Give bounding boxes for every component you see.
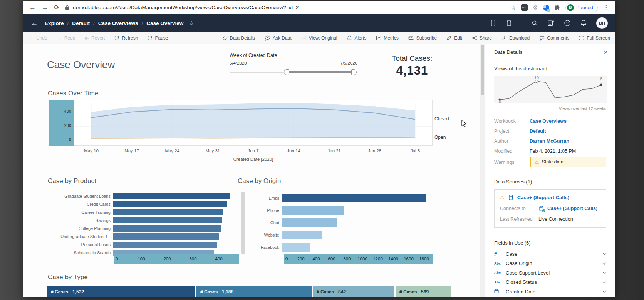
slider-handle-start[interactable] [284,69,289,75]
comments-button[interactable]: Comments [539,35,569,41]
connects-to-link[interactable]: Case+ (Support Calls) [547,206,597,211]
chevron-down-icon[interactable] [602,290,606,293]
treemap-block-sublabel: Support Type: Silver [200,296,312,297]
page-scrollbar-thumb[interactable] [481,45,484,95]
download-button[interactable]: Download [501,35,530,41]
chevron-down-icon[interactable] [602,253,606,255]
field-row-case-support-level[interactable]: Abc Case Support Level [494,268,606,278]
subscribe-button[interactable]: Subscribe [408,35,437,41]
breadcrumb-view[interactable]: Case Overview [146,20,183,26]
pause-button[interactable]: Pause [147,35,168,41]
alerts-button[interactable]: Alerts [347,35,366,41]
revert-button[interactable]: ⇤ Revert [84,35,105,41]
view-original-button[interactable]: View: Original [301,35,337,41]
author-link[interactable]: Darren McGurran [530,138,569,144]
forward-icon[interactable]: → [42,4,48,11]
back-icon[interactable]: ← [29,4,36,11]
bar-mark[interactable] [282,218,337,227]
close-icon[interactable]: × [604,48,608,56]
chevron-down-icon[interactable] [602,281,606,283]
user-avatar[interactable]: BH [596,17,608,29]
case-by-product-chart: Graduate Student LoansCredit CardsCareer… [47,192,239,257]
edit-button[interactable]: Edit [446,35,462,41]
nav-back-icon[interactable]: ← [31,19,38,27]
sync-extension-icon[interactable] [543,5,549,11]
date-filter-label: Week of Created Date [230,53,357,58]
page-scrollbar[interactable] [480,44,485,297]
breadcrumb-explore[interactable]: Explore [45,20,64,26]
share-button[interactable]: Share [472,35,492,41]
views-peak-point [535,80,538,83]
treemap-block[interactable]: # Cases - 569Support Type: [396,286,451,297]
axis-tick-label: 800 [343,257,351,261]
field-row-case[interactable]: # Case [494,249,606,259]
bar-mark[interactable] [113,225,221,232]
notifications-bell-icon[interactable] [580,20,587,27]
treemap-block[interactable]: # Cases - 1,188Support Type: Silver [196,286,312,297]
ask-data-button[interactable]: Ask Data [265,35,292,41]
mobile-preview-icon[interactable] [490,20,496,27]
bar-mark[interactable] [113,233,219,240]
meta-row-author: Author Darren McGurran [494,136,606,146]
bookmark-star-icon[interactable]: ☆ [510,5,516,11]
case-by-product-axis[interactable]: 0100200300400 [114,254,239,264]
bar-category-label: College Planning [47,226,113,231]
chevron-down-icon[interactable] [602,262,606,265]
slider-active-range[interactable] [287,71,353,73]
nav-divider [522,19,522,27]
date-range-slider[interactable] [230,69,357,75]
axis-tick-label: 1600 [404,257,414,261]
case-by-origin-axis[interactable]: 020040060080010001200140016001800 [284,254,433,264]
cases-band-area[interactable] [91,103,415,138]
slider-handle-end[interactable] [351,69,357,75]
search-icon[interactable] [531,20,538,27]
field-row-case-origin[interactable]: Abc Case Origin [494,259,606,268]
undo-icon: ← [29,35,34,41]
bar-mark[interactable] [113,193,230,199]
bar-mark[interactable] [282,206,344,215]
stale-data-warning: ⚠ Stale data [530,157,606,167]
reload-icon[interactable]: ⟳ [54,4,59,11]
refresh-button[interactable]: Refresh [114,35,138,41]
data-source-link[interactable]: Case+ (Support Calls) [517,195,569,200]
full-screen-button[interactable]: Full Screen [579,35,610,41]
help-icon[interactable]: ? [564,20,571,27]
kebab-menu-icon[interactable]: ⋮ [603,4,609,11]
bar-mark[interactable] [282,231,322,239]
bar-mark[interactable] [113,209,223,215]
profile-chip[interactable]: B Paused [565,3,598,12]
data-details-button[interactable]: Data Details [222,35,255,41]
metrics-button[interactable]: Metrics [376,35,399,41]
treemap-block[interactable]: # Cases - 842Support Type: Basic [313,286,394,297]
treemap-block[interactable]: # Cases - 1,532Support Type: Free [47,286,195,297]
bar-mark[interactable] [113,242,217,248]
gear-icon[interactable]: ⚙ [533,4,538,11]
data-source-icon[interactable] [506,20,512,27]
full-screen-icon [579,35,584,41]
cases-over-time-y-axis[interactable]: 4002000 [49,100,74,146]
workbook-link[interactable]: Case Overviews [530,118,567,124]
number-field-icon: # [494,251,506,257]
bar-mark[interactable] [282,243,310,252]
favorite-star-icon[interactable]: ☆ [189,20,194,27]
product-chart-scrollbar[interactable] [241,192,245,254]
project-link[interactable]: Default [530,128,546,134]
extension-icon[interactable]: ⋯ [521,4,528,11]
field-row-created-date[interactable]: Created Date [494,287,606,297]
bar-mark[interactable] [113,217,222,223]
cases-over-time-plot[interactable] [74,100,433,146]
bar-mark[interactable] [113,201,227,207]
cases-over-time-chart[interactable]: 4002000 [49,100,433,146]
browser-chrome: ← → ⟳ demo.tableau.com/#/site/DataManage… [23,1,615,14]
breadcrumb-workbook[interactable]: Case Overviews [98,20,138,26]
notes-star-icon[interactable] [547,20,555,27]
redo-button[interactable]: → Redo [57,35,75,41]
bar-mark[interactable] [282,194,426,202]
case-by-product-row: Savings [47,216,239,224]
field-row-closed-status[interactable]: Abc Closed Status [494,278,606,287]
puzzle-extensions-icon[interactable] [554,5,560,11]
chevron-down-icon[interactable] [602,272,606,274]
undo-button[interactable]: ← Undo [29,35,47,41]
address-bar[interactable]: demo.tableau.com/#/site/DataManagementWo… [65,5,505,10]
breadcrumb-project[interactable]: Default [72,20,90,26]
